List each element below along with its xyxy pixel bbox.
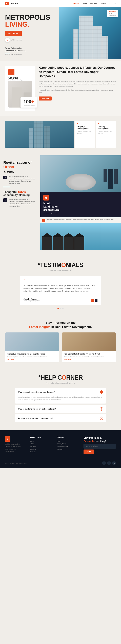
services-card-2: PropertyManagement Praesent dignissim er… [96,121,116,148]
about-logo-block: u Urbanite Real Estate Developer 100+ Pr… [5,66,35,111]
hero-title-accent: LIVING. [5,20,29,28]
building-4 [102,36,108,59]
logo-letter: u [6,2,7,5]
faq-icon-3: + [100,416,103,420]
footer-link-home[interactable]: Home [30,440,52,442]
learn-more-button[interactable]: Learn More [39,96,52,100]
service-card-text-2: Praesent dignissim eros ante eu. [98,130,114,134]
revit-city-buildings [103,169,118,189]
about-text-1: Blandit odio urna ante commodo accumsan … [39,80,116,88]
services-img-row: PropertyDevelopment Praesent dignissim e… [5,121,116,148]
footer-col-title-1: Quick Links [30,436,52,438]
footer-link-projects[interactable]: Projects [30,448,52,450]
social-facebook[interactable]: f [102,462,106,465]
hero-content: METROPOLIS LIVING. Get Started Watch our… [5,14,55,55]
hero-section: METROPOLIS LIVING. Get Started Watch our… [0,7,121,61]
footer-link-about[interactable]: About [30,443,52,445]
insights-section: Stay Informed on the Latest Insights in … [0,316,121,368]
footer-logo-icon: u [5,436,11,442]
service-card-title-1: PropertyDevelopment [77,126,93,130]
footer-col-title-2: Support [57,436,79,438]
social-twitter[interactable]: t [107,462,111,465]
testimonial-footer: Jack D. Morgan CEO, MorganProperties [24,295,97,302]
nav-pages[interactable]: Pages ▾ [101,3,106,4]
revit-mid-logo: u [43,195,49,200]
faq-question-1[interactable]: What types of properties do you develop?… [15,388,106,396]
blog-link-1[interactable]: Read More [7,359,57,360]
revit-text-2: Praesent dignissim eros ante eu commodo … [9,198,37,207]
faq-question-2[interactable]: What is the timeline for project complet… [15,405,106,413]
services-card-1: PropertyDevelopment Praesent dignissim e… [75,121,95,148]
testimonial-author: Jack D. Morgan [24,298,40,300]
nav-about[interactable]: About [82,2,87,4]
play-label: Watch our video [11,39,22,41]
house-1 [42,236,52,250]
help-section: *HELP CORNER Frequently asked questions … [0,368,121,430]
footer-bottom: © 2024 Urbanite. All rights reserved. f … [5,459,116,465]
building-3 [93,26,102,59]
revit-icon-1: ⊞ [3,176,7,179]
blog-title-2: Real Estate Market Trends: Promising Gro… [64,353,114,355]
faq-item-3: Are there any warranties or guarantees? … [15,414,106,422]
footer-email-input[interactable] [84,444,116,448]
driven-line [5,53,10,53]
social-linkedin[interactable]: in [112,462,116,465]
footer-subscribe-col: Stay Informed &Subscribe our blog! SEND [84,436,116,454]
testimonial-card: " Working with Urbanite Development was … [20,276,101,305]
faq-question-text-1: What types of properties do you develop? [18,391,55,393]
stat-number: 100+ [23,99,35,104]
dot-2[interactable] [60,308,61,309]
footer-link-faq[interactable]: FAQ [57,440,79,442]
service-card-text-1: Praesent dignissim eros ante eu. [77,130,93,134]
revit-thoughtful: Thoughtful Urbancommunity planning. ⊞ Pr… [3,191,37,207]
house-2 [53,236,63,250]
revit-text-1: Praesent dignissim eros ante eu commodo … [9,176,37,184]
blog-content-2: Real Estate Market Trends: Promising Gro… [62,351,116,362]
blog-title-1: Real Estate Innovations: Pioneering The … [7,353,57,355]
house-3 [64,236,74,250]
play-button[interactable] [5,38,10,42]
footer-link-terms[interactable]: Terms of Service [57,446,79,447]
srv-bld-1 [29,128,33,148]
help-heading: *HELP CORNER [5,374,116,381]
blog-image-2 [62,332,116,351]
hero-title: METROPOLIS LIVING. [5,14,55,28]
footer-link-services[interactable]: Services [30,446,52,447]
logo-text: urbanite [10,2,18,5]
revit-right-panel: u IconicLandmarksarchitectural. Contempo… [40,155,121,250]
revit-mid-title: IconicLandmarksarchitectural. [43,202,118,212]
footer: u Building communities, creating futures… [0,430,121,468]
testimonials-heading: *TESTIMONIALS [5,262,116,268]
faq-list: What types of properties do you develop?… [15,388,106,422]
nav-logo[interactable]: u urbanite [5,2,18,5]
footer-link-privacy[interactable]: Privacy Policy [57,443,79,445]
service-dot-2 [98,123,99,124]
nav-home[interactable]: Home [74,2,79,4]
testimonials-section: *TESTIMONIALS What our clients say about… [0,255,121,316]
footer-link-contact[interactable]: Contact [30,451,52,453]
footer-submit-button[interactable]: SEND [84,450,94,454]
city-bld-1 [103,169,107,182]
get-started-button[interactable]: Get Started [5,30,22,36]
house-4 [74,236,84,250]
blog-image-1 [5,332,59,351]
footer-top: u Building communities, creating futures… [5,436,116,454]
dot-3[interactable] [62,308,64,309]
blog-link-2[interactable]: Read More [64,359,114,360]
dot-1[interactable] [57,308,59,309]
about-section: u Urbanite Real Estate Developer 100+ Pr… [0,61,121,116]
nav-contact[interactable]: Contact [109,2,116,4]
testimonial-dots [5,308,116,309]
footer-link-sitemap[interactable]: Sitemap [57,448,79,450]
srv-bld-3 [44,126,50,148]
nav-services[interactable]: Services [90,2,97,4]
color-block-dark [95,299,97,302]
revit-icon-2: ⊞ [3,198,7,202]
insights-title: Stay Informed on the Latest Insights in … [5,321,116,329]
hero-driven-block: Driven By Innovation,Committed To Excell… [5,47,55,55]
revit-mid-text: Contemporary architecture [43,212,118,214]
revit-item-2: ⊞ Praesent dignissim eros ante eu commod… [3,198,37,207]
revit-item-1: ⊞ Praesent dignissim eros ante eu commod… [3,176,37,184]
faq-question-3[interactable]: Are there any warranties or guarantees? … [15,414,106,422]
building-2 [79,16,93,59]
